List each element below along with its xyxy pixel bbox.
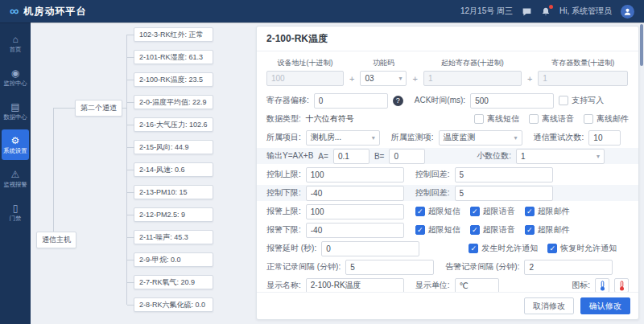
project-select[interactable]: 测机房... ▾ (306, 130, 380, 146)
checkbox-label: 超限短信 (428, 224, 460, 236)
overlimit-voice-option[interactable]: 超限语音 (470, 224, 515, 236)
ack-time-input[interactable] (470, 93, 554, 109)
control-upper-input[interactable] (306, 167, 404, 183)
sidebar-item-home[interactable]: ⌂ 首页 (2, 28, 29, 59)
scrollbar-thumb[interactable] (640, 24, 643, 66)
scrollbar[interactable] (640, 24, 643, 322)
checkbox-label: 支持写入 (572, 95, 604, 106)
overlimit-email-option[interactable]: 超限邮件 (525, 224, 570, 236)
chevron-down-icon: ▾ (398, 75, 402, 82)
tree-node-sensor[interactable]: 2-8-RK六氟化硫: 0.0 (134, 297, 213, 312)
data-type-value: 十六位有符号 (306, 113, 354, 125)
notification-badge (549, 5, 553, 9)
write-support-option[interactable]: 支持写入 (559, 95, 604, 106)
control-lower-hysteresis-input[interactable] (455, 186, 553, 201)
cancel-button[interactable]: 取消修改 (524, 297, 574, 314)
tree-node-host[interactable]: 通信主机 (36, 232, 76, 248)
tree-node-sensor[interactable]: 2-0-温度平均值: 22.9 (134, 95, 213, 109)
tree-node-channel[interactable]: 第二个通道 (75, 100, 122, 117)
tree-node-sensor[interactable]: 2-9-甲烷: 0.0 (134, 252, 213, 267)
field-label: 控制回差: (415, 169, 450, 180)
monitor-icon: ◉ (11, 68, 19, 78)
field-label: 所属项目: (266, 132, 301, 143)
database-icon: ▤ (10, 102, 19, 112)
tree-node-sensor[interactable]: 2-12-PM2.5: 9 (134, 207, 213, 222)
alarm-lower-row: 报警下限: 超限短信 超限语音 超限邮件 (266, 222, 629, 238)
sidebar-item-label: 监控中心 (3, 80, 27, 86)
overlimit-email-option[interactable]: 超限邮件 (525, 206, 570, 217)
display-name-input[interactable] (306, 278, 404, 293)
sidebar: ⌂ 首页 ◉ 监控中心 ▤ 数据中心 ⚙ 系统设置 ⚠ 监视报警 ▯ 门禁 (0, 23, 31, 324)
function-code-select[interactable]: 03 ▾ (360, 71, 407, 86)
tree-node-sensor[interactable]: 2-16-大气压力: 102.6 (134, 117, 213, 132)
field-label: 数据类型: (266, 113, 301, 125)
thermometer-red-icon-button[interactable] (614, 278, 629, 292)
control-lower-row: 控制下限: 控制回差: (257, 185, 638, 201)
sidebar-item-system-settings[interactable]: ⚙ 系统设置 (2, 129, 29, 160)
message-icon[interactable] (522, 6, 532, 17)
alarm-icon: ⚠ (11, 170, 20, 179)
field-label: 起始寄存器(十进制) (441, 58, 504, 68)
monitor-item-select[interactable]: 温度监测 ▾ (439, 130, 522, 146)
coefficient-b-input[interactable] (389, 149, 425, 164)
notify-on-occur-option[interactable]: 发生时允许通知 (469, 243, 538, 254)
field-label: 告警记录间隔 (分钟): (445, 261, 519, 273)
field-label: 寄存器偏移: (266, 95, 309, 106)
offline-notify-options: 离线短信 离线语音 离线邮件 (474, 113, 629, 125)
register-count-input[interactable] (538, 71, 628, 86)
field-label: 寄存器数量(十进制) (551, 58, 614, 68)
field-label: 图标: (572, 280, 590, 291)
alarm-record-interval-input[interactable] (524, 260, 613, 275)
tree-node-sensor[interactable]: 2-101-RK湿度: 61.3 (134, 50, 213, 64)
control-lower-input[interactable] (306, 186, 404, 201)
sidebar-item-access-control[interactable]: ▯ 门禁 (2, 197, 29, 228)
decimal-places-select[interactable]: 1 ▾ (516, 149, 605, 164)
register-offset-input[interactable] (314, 93, 388, 109)
notify-options: 发生时允许通知 恢复时允许通知 (469, 243, 617, 254)
tree-node-sensor[interactable]: 2-15-风向: 44.9 (134, 140, 213, 154)
tree-node-sensor[interactable]: 2-11-噪声: 45.3 (134, 230, 213, 244)
field-label: 控制回差: (415, 187, 450, 199)
start-register-input[interactable] (423, 71, 522, 86)
checkbox-checked-icon (547, 244, 557, 253)
tree-node-sensor[interactable]: 2-13-PM10: 15 (134, 185, 213, 199)
device-address-input[interactable] (266, 71, 344, 86)
field-label: 报警延时 (秒): (266, 243, 316, 254)
user-avatar[interactable] (621, 5, 634, 18)
confirm-button[interactable]: 确认修改 (580, 297, 630, 314)
overlimit-sms-option[interactable]: 超限短信 (415, 224, 460, 236)
normal-record-interval-input[interactable] (345, 260, 434, 275)
help-icon[interactable]: ? (393, 96, 403, 106)
offline-email-option[interactable]: 离线邮件 (584, 113, 629, 125)
field-label: B= (374, 152, 385, 161)
notify-on-recover-option[interactable]: 恢复时允许通知 (547, 243, 617, 254)
overlimit-sms-option[interactable]: 超限短信 (415, 206, 460, 217)
alarm-lower-input[interactable] (306, 223, 404, 238)
offline-voice-option[interactable]: 离线语音 (529, 113, 574, 125)
notification-bell-icon[interactable] (541, 6, 551, 17)
checkbox-checked-icon (469, 244, 478, 253)
chevron-down-icon: ▾ (372, 134, 375, 141)
app-title: 机房动环平台 (23, 5, 86, 18)
control-upper-hysteresis-input[interactable] (455, 167, 553, 183)
checkbox-label: 超限短信 (428, 206, 460, 217)
tree-node-sensor[interactable]: 102-3-RK红外: 正常 (134, 27, 213, 42)
field-label: 功能码 (373, 58, 394, 68)
sidebar-item-data-center[interactable]: ▤ 数据中心 (2, 96, 29, 126)
alarm-delay-input[interactable] (321, 241, 419, 256)
tree-node-sensor[interactable]: 2-7-RK氧气: 20.9 (134, 275, 213, 289)
sidebar-item-monitor-alarm[interactable]: ⚠ 监视报警 (2, 163, 29, 194)
alarm-upper-input[interactable] (306, 204, 404, 219)
tree-node-sensor[interactable]: 2-100-RK温度: 23.5 (134, 72, 213, 87)
display-unit-input[interactable] (455, 278, 499, 293)
coefficient-a-input[interactable] (333, 149, 369, 164)
tree-node-sensor[interactable]: 2-14-风速: 0.6 (134, 162, 213, 177)
retry-count-input[interactable] (588, 130, 621, 146)
sidebar-item-monitoring-center[interactable]: ◉ 监控中心 (2, 62, 29, 92)
overlimit-voice-option[interactable]: 超限语音 (470, 206, 515, 217)
main-content: 通信主机 第二个通道 102-3-RK红外: 正常 2-101-RK湿度: 61… (31, 23, 644, 324)
field-label: 设备地址(十进制) (278, 58, 333, 68)
field-label: 小数位数: (477, 150, 511, 162)
thermometer-blue-icon-button[interactable] (595, 278, 609, 292)
offline-sms-option[interactable]: 离线短信 (474, 113, 519, 125)
